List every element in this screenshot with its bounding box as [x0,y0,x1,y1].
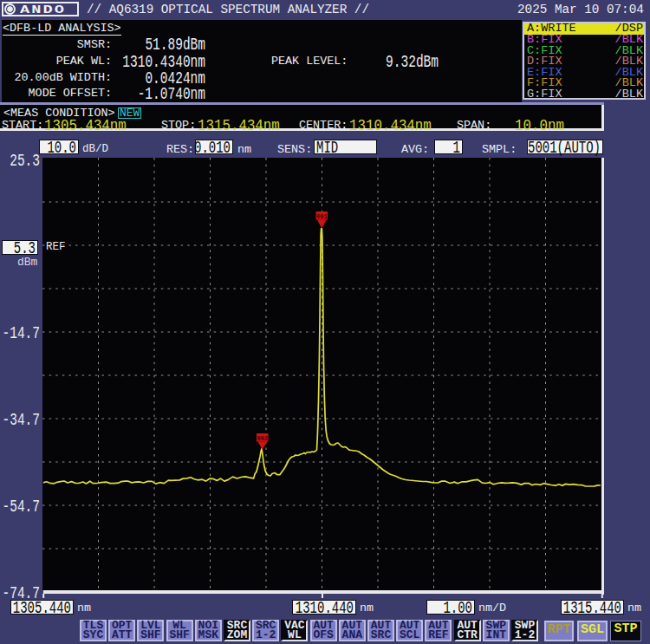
svg-text:001: 001 [316,213,328,220]
svg-text:REF: REF [46,241,66,253]
svg-text:002: 002 [257,435,268,442]
